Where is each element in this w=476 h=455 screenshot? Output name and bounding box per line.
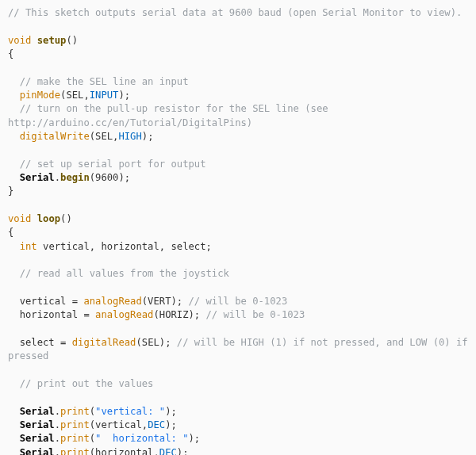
paren-close: ); [189, 433, 201, 444]
obj-serial: Serial [20, 419, 55, 430]
args: (SEL, [60, 90, 90, 101]
args: (9600); [90, 172, 130, 183]
paren-close: ); [177, 447, 189, 456]
dot: . [55, 433, 60, 444]
dot: . [55, 406, 60, 417]
obj-serial: Serial [20, 406, 55, 417]
args: (horizontal, [90, 447, 159, 456]
comment-url: http://arduino.cc/en/Tutorial/DigitalPin… [8, 117, 252, 128]
assign-vertical: vertical = [20, 296, 84, 307]
fn-print: print [60, 433, 90, 444]
args: (VERT); [142, 296, 189, 307]
dot: . [55, 447, 60, 456]
fn-digitalread: digitalRead [72, 337, 136, 348]
const-dec: DEC [159, 447, 177, 456]
comment: // print out the values [20, 378, 154, 389]
comment: // turn on the pull-up resistor for the … [20, 103, 334, 114]
code-block: // This sketch outputs serial data at 96… [8, 6, 468, 455]
args: (SEL); [136, 337, 176, 348]
brace-open: { [8, 227, 13, 238]
args: (HORIZ); [153, 309, 205, 320]
const-dec: DEC [148, 419, 165, 430]
obj-serial: Serial [20, 433, 55, 444]
args-close: ); [118, 90, 130, 101]
brace-close: } [8, 185, 13, 197]
paren-open: ( [90, 433, 95, 444]
brace-open: { [8, 48, 13, 59]
paren-open: ( [90, 406, 95, 417]
obj-serial: Serial [20, 447, 55, 456]
fn-print: print [60, 447, 90, 456]
fn-digitalwrite: digitalWrite [20, 131, 90, 142]
fn-begin: begin [60, 172, 90, 183]
args-close: ); [142, 131, 154, 142]
comment: // will be 0-1023 [188, 296, 287, 307]
assign-select: select = [20, 337, 72, 348]
type-int: int [20, 241, 37, 252]
assign-horizontal: horizontal = [20, 309, 95, 320]
args: (vertical, [90, 419, 148, 430]
fn-setup: setup [37, 35, 67, 46]
fn-analogread: analogRead [83, 296, 141, 307]
fn-loop: loop [37, 213, 60, 224]
args: (SEL, [90, 131, 119, 142]
const-input: INPUT [90, 90, 119, 101]
parens: () [66, 35, 78, 46]
dot: . [55, 419, 60, 430]
comment: // read all values from the joystick [20, 268, 229, 279]
const-high: HIGH [118, 131, 141, 142]
comment: // will be 0-1023 [206, 309, 305, 320]
keyword-void: void [8, 213, 31, 224]
fn-pinmode: pinMode [20, 90, 60, 101]
comment: // set up serial port for output [20, 159, 206, 170]
dot: . [55, 172, 60, 183]
comment: // make the SEL line an input [20, 76, 189, 87]
comment: // This sketch outputs serial data at 96… [8, 7, 462, 18]
parens: () [60, 213, 72, 224]
obj-serial: Serial [20, 172, 55, 183]
string-literal: "vertical: " [95, 406, 165, 417]
paren-close: ); [165, 419, 177, 430]
string-literal: " horizontal: " [95, 433, 188, 444]
declarations: vertical, horizontal, select; [37, 241, 212, 252]
keyword-void: void [8, 35, 31, 46]
fn-analogread: analogRead [95, 309, 153, 320]
fn-print: print [60, 406, 90, 417]
fn-print: print [60, 419, 90, 430]
paren-close: ); [165, 406, 177, 417]
